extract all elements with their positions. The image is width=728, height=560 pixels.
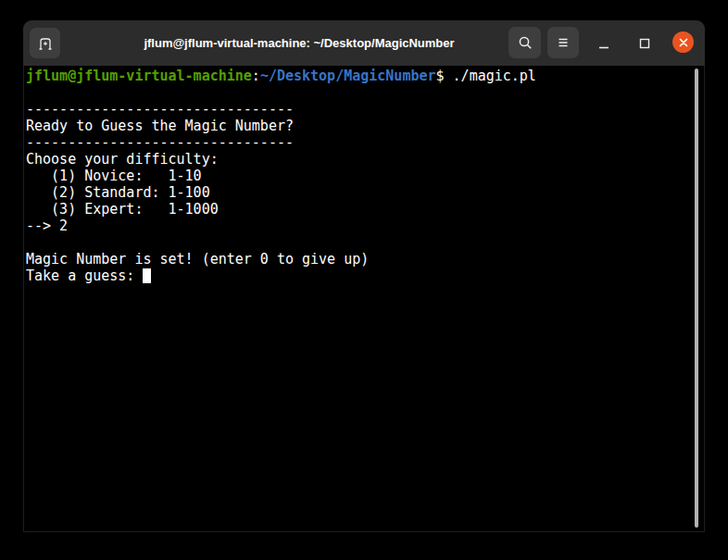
terminal-line: Magic Number is set! (enter 0 to give up… bbox=[26, 251, 704, 268]
terminal-text: (2) Standard: 1-100 bbox=[26, 184, 210, 201]
terminal-text: ~/Desktop/MagicNumber bbox=[260, 68, 436, 84]
terminal-text: Magic Number is set! (enter 0 to give up… bbox=[26, 251, 369, 268]
terminal-text: Take a guess: bbox=[26, 268, 143, 284]
menu-button[interactable] bbox=[547, 27, 579, 58]
new-tab-icon bbox=[37, 35, 54, 52]
terminal-line: Take a guess: bbox=[26, 268, 704, 284]
search-icon bbox=[517, 34, 533, 51]
terminal-window: jflum@jflum-virtual-machine: ~/Desktop/M… bbox=[23, 20, 705, 532]
terminal-line: --> 2 bbox=[26, 218, 704, 234]
terminal-line: (1) Novice: 1-10 bbox=[26, 168, 704, 184]
titlebar[interactable]: jflum@jflum-virtual-machine: ~/Desktop/M… bbox=[23, 20, 705, 66]
new-tab-button[interactable] bbox=[30, 28, 60, 58]
terminal-line: -------------------------------- bbox=[26, 101, 704, 118]
close-button[interactable] bbox=[672, 31, 694, 53]
terminal-line: Choose your difficulty: bbox=[26, 151, 704, 168]
terminal-line: (3) Expert: 1-1000 bbox=[26, 201, 704, 218]
terminal-output[interactable]: jflum@jflum-virtual-machine:~/Desktop/Ma… bbox=[23, 66, 705, 532]
scrollbar[interactable] bbox=[695, 68, 698, 528]
maximize-icon bbox=[638, 37, 651, 50]
desktop-background: jflum@jflum-virtual-machine: ~/Desktop/M… bbox=[0, 0, 728, 560]
minimize-icon bbox=[597, 37, 610, 50]
terminal-text: Ready to Guess the Magic Number? bbox=[26, 118, 294, 134]
terminal-lines: jflum@jflum-virtual-machine:~/Desktop/Ma… bbox=[26, 68, 704, 284]
terminal-line bbox=[26, 234, 704, 251]
minimize-button[interactable] bbox=[593, 32, 615, 55]
terminal-line bbox=[26, 84, 704, 101]
terminal-line: (2) Standard: 1-100 bbox=[26, 184, 704, 201]
terminal-cursor bbox=[143, 268, 151, 283]
terminal-text: : bbox=[252, 68, 260, 84]
terminal-text: jflum@jflum-virtual-machine bbox=[26, 68, 252, 84]
terminal-text: --> 2 bbox=[26, 218, 68, 234]
window-title: jflum@jflum-virtual-machine: ~/Desktop/M… bbox=[79, 20, 520, 66]
terminal-line: -------------------------------- bbox=[26, 134, 704, 151]
close-icon bbox=[678, 37, 689, 48]
maximize-button[interactable] bbox=[634, 32, 656, 55]
terminal-text: $ ./magic.pl bbox=[436, 68, 536, 84]
terminal-line: jflum@jflum-virtual-machine:~/Desktop/Ma… bbox=[26, 68, 704, 84]
terminal-text: (1) Novice: 1-10 bbox=[26, 168, 202, 184]
terminal-text: Choose your difficulty: bbox=[26, 151, 219, 168]
terminal-text: -------------------------------- bbox=[26, 134, 294, 151]
hamburger-menu-icon bbox=[555, 34, 571, 51]
terminal-text: -------------------------------- bbox=[26, 101, 294, 118]
search-button[interactable] bbox=[508, 27, 541, 58]
terminal-line: Ready to Guess the Magic Number? bbox=[26, 118, 704, 134]
terminal-text: (3) Expert: 1-1000 bbox=[26, 201, 219, 218]
